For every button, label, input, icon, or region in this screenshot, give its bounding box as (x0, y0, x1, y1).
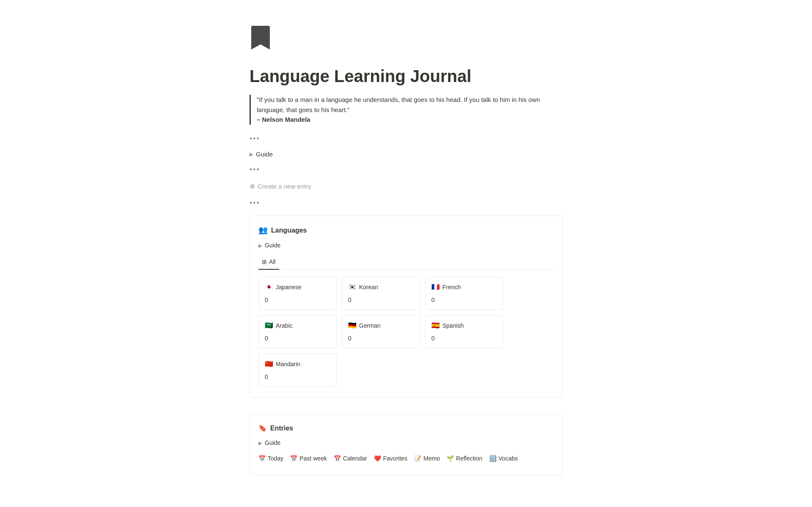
languages-guide-toggle[interactable]: ▶ Guide (258, 241, 554, 250)
entries-db-icon: 🔖 (258, 423, 267, 433)
tab-all-icon: ⊞ (262, 258, 267, 266)
flag-spanish: 🇪🇸 (431, 321, 440, 331)
flag-arabic: 🇸🇦 (265, 321, 273, 331)
past-week-icon: 📅 (290, 454, 297, 463)
blockquote: "If you talk to a man in a language he u… (250, 95, 562, 125)
page-container: Language Learning Journal "If you talk t… (216, 0, 596, 507)
languages-db-title: Languages (271, 225, 307, 236)
count-korean: 0 (348, 296, 414, 304)
lang-name-mandarin: Mandarin (276, 360, 300, 369)
quote-author: – Nelson Mandela (257, 115, 562, 125)
tab-memo-label: Memo (423, 454, 440, 463)
lang-card-german[interactable]: 🇩🇪 German 0 (342, 315, 420, 348)
flag-mandarin: 🇨🇳 (265, 359, 273, 369)
tab-today-label: Today (268, 454, 283, 463)
tab-past-week-label: Past week (299, 454, 327, 463)
vocabs-icon: 🔡 (489, 454, 497, 463)
languages-toggle-arrow: ▶ (258, 242, 262, 249)
page-icon (250, 25, 562, 59)
flag-japanese: 🇯🇵 (265, 282, 273, 292)
lang-name-german: German (359, 321, 381, 330)
lang-card-spanish[interactable]: 🇪🇸 Spanish 0 (425, 315, 503, 348)
tab-all[interactable]: ⊞ All (258, 255, 279, 270)
tab-past-week[interactable]: 📅 Past week (290, 452, 327, 465)
lang-card-mandarin[interactable]: 🇨🇳 Mandarin 0 (258, 354, 337, 387)
lang-card-japanese[interactable]: 🇯🇵 Japanese 0 (258, 277, 337, 310)
today-icon: 📅 (258, 454, 266, 463)
lang-name-arabic: Arabic (276, 321, 293, 330)
tab-vocabs[interactable]: 🔡 Vocabs (489, 452, 518, 465)
guide-label-1: Guide (256, 150, 273, 159)
dots-2: ••• (250, 164, 562, 175)
create-entry-row[interactable]: ⊕ Create a new entry (250, 181, 562, 192)
plus-circle-icon: ⊕ (250, 181, 255, 192)
languages-db-header: 👥 Languages (258, 225, 554, 236)
entries-tabs: 📅 Today 📅 Past week 📅 Calendar ❤️ Favori… (258, 452, 554, 465)
lang-name-korean: Korean (359, 283, 378, 292)
dots-1: ••• (250, 133, 562, 145)
lang-card-french[interactable]: 🇫🇷 French 0 (425, 277, 503, 310)
language-cards-grid: 🇯🇵 Japanese 0 🇰🇷 Korean 0 🇫🇷 French (258, 277, 554, 387)
count-french: 0 (431, 296, 497, 304)
create-entry-label: Create a new entry (258, 182, 311, 192)
memo-icon: 📝 (414, 454, 421, 463)
tab-calendar-label: Calendar (343, 454, 367, 463)
entries-db-header: 🔖 Entries (258, 423, 554, 433)
reflection-icon: 🌱 (447, 454, 454, 463)
tab-memo[interactable]: 📝 Memo (414, 452, 440, 465)
guide-toggle-1[interactable]: ▶ Guide (250, 150, 562, 159)
flag-german: 🇩🇪 (348, 321, 357, 331)
tab-reflection-label: Reflection (456, 454, 482, 463)
entries-guide-label: Guide (265, 438, 280, 447)
calendar-icon: 📅 (334, 454, 341, 463)
tab-calendar[interactable]: 📅 Calendar (334, 452, 367, 465)
quote-text: "If you talk to a man in a language he u… (257, 95, 562, 115)
entries-db-title: Entries (270, 423, 293, 433)
count-german: 0 (348, 334, 414, 343)
tab-vocabs-label: Vocabs (499, 454, 518, 463)
languages-db-icon: 👥 (258, 225, 268, 236)
entries-toggle-arrow: ▶ (258, 439, 262, 447)
languages-database: 👥 Languages ▶ Guide ⊞ All 🇯🇵 Japanese 0 (250, 216, 562, 397)
flag-french: 🇫🇷 (431, 282, 440, 292)
tab-all-label: All (269, 258, 276, 266)
count-spanish: 0 (431, 334, 497, 343)
count-japanese: 0 (265, 296, 330, 304)
entries-database: 🔖 Entries ▶ Guide 📅 Today 📅 Past week 📅 … (250, 414, 562, 475)
tab-today[interactable]: 📅 Today (258, 452, 283, 465)
flag-korean: 🇰🇷 (348, 282, 357, 292)
lang-card-korean[interactable]: 🇰🇷 Korean 0 (342, 277, 420, 310)
lang-name-french: French (442, 283, 461, 292)
languages-guide-label: Guide (265, 241, 280, 250)
lang-card-arabic[interactable]: 🇸🇦 Arabic 0 (258, 315, 337, 348)
languages-tabs: ⊞ All (258, 255, 554, 270)
dots-3: ••• (250, 197, 562, 209)
lang-name-spanish: Spanish (442, 321, 464, 330)
count-arabic: 0 (265, 334, 330, 343)
count-mandarin: 0 (265, 373, 330, 381)
toggle-arrow-1: ▶ (250, 151, 253, 158)
tab-favorites-label: Favorites (383, 454, 408, 463)
page-title: Language Learning Journal (250, 66, 562, 86)
tab-favorites[interactable]: ❤️ Favorites (374, 452, 408, 465)
tab-reflection[interactable]: 🌱 Reflection (447, 452, 482, 465)
favorites-icon: ❤️ (374, 454, 381, 463)
entries-guide-toggle[interactable]: ▶ Guide (258, 438, 554, 447)
lang-name-japanese: Japanese (276, 283, 302, 292)
